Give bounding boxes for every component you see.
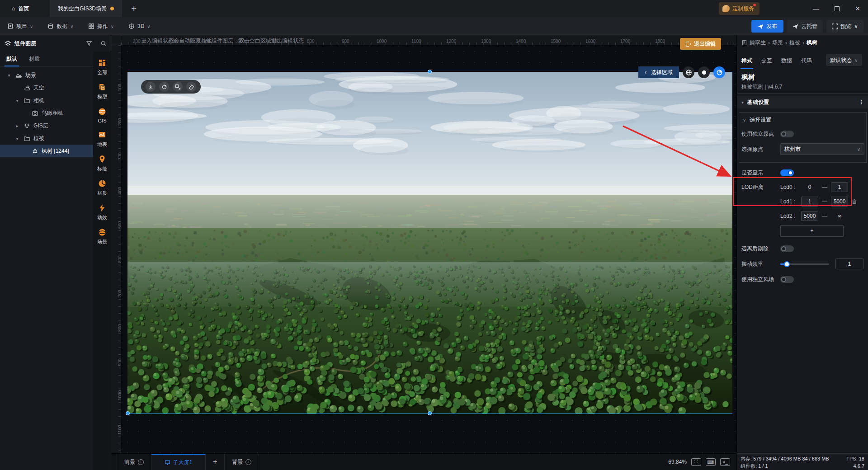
cloud-host-button[interactable]: 云托管 (787, 20, 823, 33)
keyboard-shortcuts-icon[interactable]: ⌨ (706, 458, 716, 466)
inspector-tab-样式[interactable]: 样式 (741, 54, 752, 67)
ruler-label: 800 (307, 39, 315, 44)
minimize-button[interactable]: — (806, 0, 826, 17)
add-lod-button[interactable]: + (780, 225, 844, 237)
select-area-button[interactable]: ‹ 选择区域 (638, 66, 679, 78)
search-icon[interactable] (100, 40, 107, 47)
tree-item[interactable]: 天空 (0, 81, 93, 94)
background-tab[interactable]: 背景 + (225, 454, 259, 470)
new-tab-button[interactable]: + (125, 0, 143, 17)
tree-item[interactable]: ▾植被 (0, 132, 93, 145)
close-button[interactable]: ✕ (847, 0, 868, 17)
radius-mode-button[interactable] (713, 66, 725, 78)
breadcrumb-item[interactable]: 枫树 (807, 39, 817, 47)
sway-slider[interactable] (780, 263, 829, 265)
lod-name: Lod2 : (780, 213, 797, 219)
selection-handle-bottom[interactable] (428, 411, 432, 415)
state-selector[interactable]: 默认状态 ∨ (826, 54, 862, 66)
kebab-menu-icon[interactable]: ⋮ (859, 99, 864, 105)
inspector-tab-交互[interactable]: 交互 (761, 54, 772, 67)
visible-row: 是否显示 (737, 167, 868, 178)
3d-scene-render[interactable] (127, 72, 732, 414)
inspector-tab-代码[interactable]: 代码 (801, 54, 812, 67)
home-icon: ⌂ (12, 5, 15, 12)
wind-toggle[interactable] (780, 276, 794, 283)
category-动效[interactable]: 动效 (93, 203, 111, 221)
breadcrumb-item[interactable]: 植被 (789, 39, 800, 47)
maximize-button[interactable] (826, 0, 847, 17)
dot-mode-button[interactable] (698, 66, 710, 78)
layers-tab-材质[interactable]: 材质 (29, 52, 40, 66)
globe-icon (97, 107, 107, 117)
category-材质[interactable]: 材质 (93, 179, 111, 197)
delete-lod-icon[interactable]: 🗑 (852, 198, 857, 205)
expander-icon[interactable]: ▾ (14, 136, 20, 141)
expander-icon[interactable]: ▾ (6, 73, 12, 78)
expander-icon[interactable]: ▾ (14, 98, 20, 103)
category-地表[interactable]: 地表 (93, 130, 111, 148)
add-screen-button[interactable]: + (206, 454, 225, 470)
import-brush-icon[interactable] (146, 82, 156, 92)
tree-item[interactable]: 鸟瞰相机 (0, 107, 93, 119)
cull-toggle[interactable] (780, 245, 794, 252)
home-tab[interactable]: ⌂ 首页 (5, 0, 35, 17)
use-origin-row: 使用独立原点 (737, 128, 868, 139)
breadcrumb-item[interactable]: 鲸孪生 (750, 39, 766, 47)
selection-handle-top[interactable] (428, 70, 432, 74)
use-origin-toggle[interactable] (780, 131, 794, 137)
sway-value-input[interactable]: 1 (835, 258, 863, 269)
lod-to-input[interactable]: 1 (831, 182, 848, 192)
rotate-brush-icon[interactable] (159, 82, 169, 92)
publish-button[interactable]: 发布 (751, 20, 783, 33)
component-title: 枫树 (741, 73, 755, 82)
ruler-label: 1600 (585, 39, 595, 44)
filter-icon[interactable] (86, 40, 92, 47)
layers-tab-默认[interactable]: 默认 (6, 52, 17, 66)
category-模型[interactable]: 模型 (93, 82, 111, 100)
origin-dropdown[interactable]: 杭州市 ∨ (780, 143, 864, 155)
custom-service-button[interactable]: 定制服务 (719, 2, 760, 15)
add-background-icon[interactable]: + (245, 459, 251, 465)
menu-data[interactable]: 数据∨ (40, 17, 80, 35)
tree-item[interactable]: 枫树 [1244] (0, 145, 93, 157)
preview-button[interactable]: 预览 ∨ (826, 20, 863, 33)
category-全部[interactable]: 全部 (93, 58, 111, 76)
tree-item[interactable]: ▾场景 (0, 69, 93, 81)
globe-mode-button[interactable] (683, 66, 694, 78)
tree-item[interactable]: ▾相机 (0, 94, 93, 107)
3d-viewport[interactable]: ‹ 选择区域 (127, 72, 732, 414)
gis-layer-icon (23, 122, 30, 129)
zoom-level[interactable]: 69.84% (668, 459, 687, 465)
menu-3d[interactable]: 3D∨ (121, 17, 158, 35)
add-foreground-icon[interactable]: + (138, 459, 144, 465)
tree-item[interactable]: ▸GIS层 (0, 119, 93, 132)
editor-canvas[interactable]: 3004005006007008009001000110012001300140… (111, 35, 736, 453)
globe-icon (685, 69, 692, 76)
selection-settings-header[interactable]: ∨ 选择设置 (739, 113, 866, 126)
fit-screen-icon[interactable]: ⛶ (691, 458, 701, 466)
transform-icon[interactable] (173, 82, 183, 92)
console-icon[interactable]: >_ (720, 458, 730, 466)
expander-icon[interactable]: ▸ (14, 123, 20, 128)
lod-from-input[interactable]: 1 (801, 197, 818, 207)
section-basic-settings[interactable]: ▾ 基础设置 ⋮ (737, 96, 868, 108)
menu-project[interactable]: 项目∨ (0, 17, 40, 35)
exit-edit-button[interactable]: 退出编辑 (680, 38, 721, 50)
category-场景[interactable]: 场景 (93, 227, 111, 245)
home-label: 首页 (18, 5, 29, 13)
lod-from-input[interactable]: 5000 (801, 211, 818, 221)
visible-toggle[interactable] (780, 169, 794, 176)
foreground-tab[interactable]: 前景 + (117, 454, 151, 470)
sub-screen-tab[interactable]: 子大屏1 (151, 454, 206, 470)
selection-handle-bottom-left[interactable] (126, 411, 130, 415)
menu-operations[interactable]: 操作∨ (81, 17, 121, 35)
eraser-icon[interactable] (186, 82, 196, 92)
lod-to-input[interactable]: 5000 (831, 197, 848, 207)
scene-document-tab[interactable]: 我的空白GIS3D场景 (50, 0, 122, 17)
lod-row: Lod1 :1—5000🗑 (780, 196, 857, 207)
category-标绘[interactable]: 标绘 (93, 154, 111, 172)
breadcrumb-item[interactable]: 场景 (772, 39, 783, 47)
inspector-tab-数据[interactable]: 数据 (781, 54, 792, 67)
operations-icon (88, 23, 94, 29)
category-GIS[interactable]: GIS (93, 107, 111, 123)
